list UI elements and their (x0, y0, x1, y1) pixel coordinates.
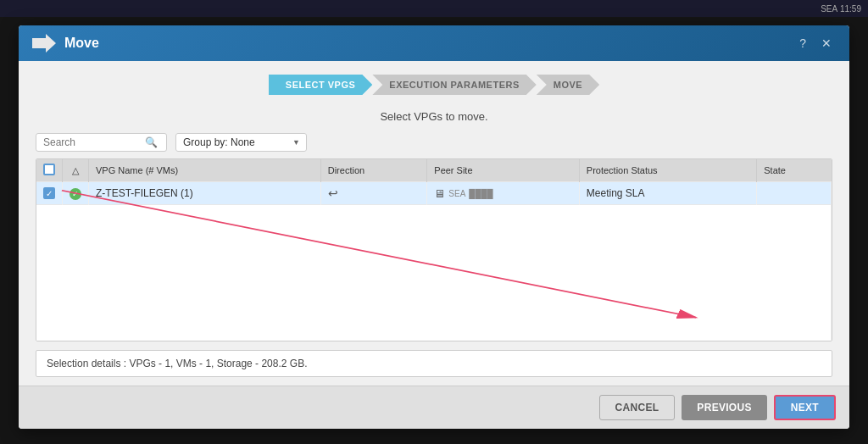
step-execution-parameters: EXECUTION PARAMETERS (372, 75, 536, 95)
col-header-protection-status: Protection Status (579, 159, 756, 182)
col-header-vpg-name: VPG Name (# VMs) (89, 159, 321, 182)
col-header-checkbox (36, 159, 63, 182)
step-label-move: MOVE (537, 75, 599, 95)
row-protection-status: Meeting SLA (579, 182, 756, 205)
status-ok-icon: ✓ (70, 188, 81, 200)
row-alert-cell: ✓ (63, 182, 89, 205)
search-box[interactable]: 🔍 (36, 133, 167, 152)
group-select-wrapper[interactable]: Group by: None Group by: Peer Site Group… (175, 133, 307, 152)
alert-header-icon: △ (72, 165, 79, 175)
modal-header-left: Move (32, 34, 99, 53)
peer-site-text: SEA (448, 189, 465, 198)
col-header-peer-site: Peer Site (427, 159, 580, 182)
move-arrow-icon (32, 34, 56, 53)
table-body: ✓ ✓ Z-TEST-FILEGEN (1) ↩ 🖥 (36, 182, 832, 341)
modal-header: Move ? ✕ (19, 25, 849, 61)
row-direction: ↩ (320, 182, 427, 205)
row-vpg-name: Z-TEST-FILEGEN (1) (89, 182, 321, 205)
modal: Move ? ✕ SELECT VPGs EXECUTION PARAMETER… (19, 25, 849, 429)
previous-button[interactable]: PREVIOUS (682, 395, 766, 420)
stepper: SELECT VPGs EXECUTION PARAMETERS MOVE (19, 61, 849, 102)
cancel-button[interactable]: CANCEL (599, 395, 676, 420)
col-header-alert: △ (63, 159, 89, 182)
table-empty-row (36, 205, 832, 341)
step-label-select-vpgs: SELECT VPGs (269, 75, 373, 95)
step-select-vpgs: SELECT VPGs (269, 75, 373, 95)
empty-space (36, 205, 832, 341)
help-button[interactable]: ? (795, 35, 810, 52)
col-header-direction: Direction (320, 159, 427, 182)
step-label-execution-parameters: EXECUTION PARAMETERS (372, 75, 536, 95)
peer-site-redacted: ████ (469, 189, 492, 198)
step-move: MOVE (537, 75, 599, 95)
topbar: SEA 11:59 (0, 0, 868, 17)
row-checkbox-cell[interactable]: ✓ (36, 182, 63, 205)
next-button[interactable]: NEXT (774, 395, 836, 420)
selection-details: Selection details : VPGs - 1, VMs - 1, S… (36, 350, 832, 377)
modal-content: Select VPGs to move. 🔍 Group by: None Gr… (19, 102, 849, 386)
group-select[interactable]: Group by: None Group by: Peer Site Group… (175, 133, 307, 152)
modal-header-actions: ? ✕ (795, 35, 836, 52)
search-icon: 🔍 (145, 136, 158, 148)
table-header: △ VPG Name (# VMs) Direction Peer Site P… (36, 159, 832, 182)
subtitle: Select VPGs to move. (36, 110, 832, 123)
table-row[interactable]: ✓ ✓ Z-TEST-FILEGEN (1) ↩ 🖥 (36, 182, 832, 205)
peer-site-cell: 🖥 SEA ████ (434, 187, 572, 200)
row-checkbox[interactable]: ✓ (43, 187, 55, 199)
search-input[interactable] (43, 136, 145, 148)
computer-icon: 🖥 (434, 187, 445, 200)
vpg-table-element: △ VPG Name (# VMs) Direction Peer Site P… (36, 159, 832, 341)
topbar-time: 11:59 (840, 4, 861, 14)
topbar-status: SEA (821, 4, 837, 14)
header-checkbox[interactable] (43, 164, 55, 175)
direction-icon: ↩ (328, 186, 338, 200)
row-peer-site: 🖥 SEA ████ (427, 182, 580, 205)
col-header-state: State (757, 159, 832, 182)
vpg-table: △ VPG Name (# VMs) Direction Peer Site P… (36, 158, 832, 341)
modal-footer: CANCEL PREVIOUS NEXT (19, 386, 849, 429)
modal-overlay: Move ? ✕ SELECT VPGs EXECUTION PARAMETER… (0, 17, 868, 444)
svg-marker-0 (32, 34, 56, 53)
close-button[interactable]: ✕ (817, 35, 836, 52)
toolbar: 🔍 Group by: None Group by: Peer Site Gro… (36, 133, 832, 152)
row-state (757, 182, 832, 205)
modal-title: Move (64, 36, 99, 51)
